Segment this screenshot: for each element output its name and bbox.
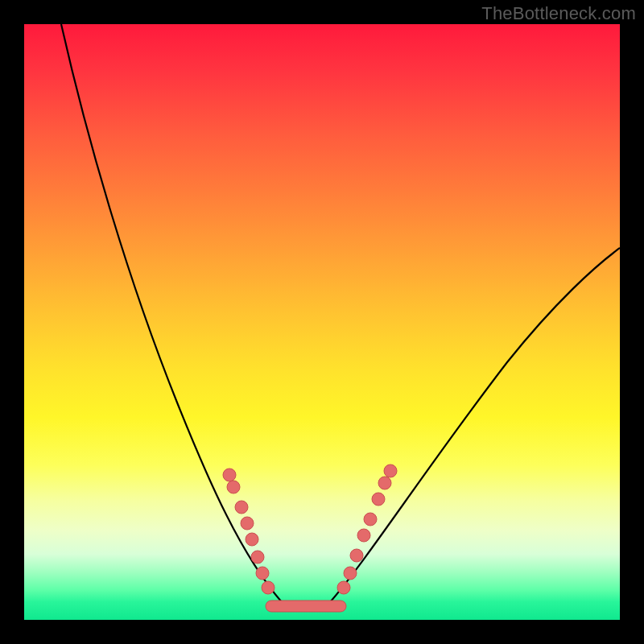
- min-bar: [266, 601, 346, 612]
- data-dot: [251, 551, 264, 564]
- chart-frame: TheBottleneck.com: [0, 0, 644, 644]
- right-curve: [330, 248, 620, 602]
- data-dot: [384, 464, 397, 477]
- right-dot-group: [337, 464, 397, 594]
- data-dot: [227, 481, 240, 493]
- left-dot-group: [223, 469, 275, 594]
- plot-area: [24, 24, 620, 620]
- data-dot: [241, 517, 254, 530]
- data-dot: [364, 513, 377, 526]
- watermark-text: TheBottleneck.com: [481, 3, 636, 24]
- data-dot: [223, 469, 236, 481]
- plot-svg: [24, 24, 620, 620]
- data-dot: [337, 581, 350, 594]
- data-dot: [235, 501, 248, 514]
- data-dot: [246, 533, 258, 546]
- data-dot: [350, 549, 363, 562]
- data-dot: [357, 529, 370, 542]
- data-dot: [378, 477, 391, 489]
- left-curve: [61, 24, 282, 602]
- data-dot: [344, 567, 357, 580]
- data-dot: [256, 567, 269, 580]
- data-dot: [372, 493, 385, 506]
- data-dot: [262, 581, 275, 594]
